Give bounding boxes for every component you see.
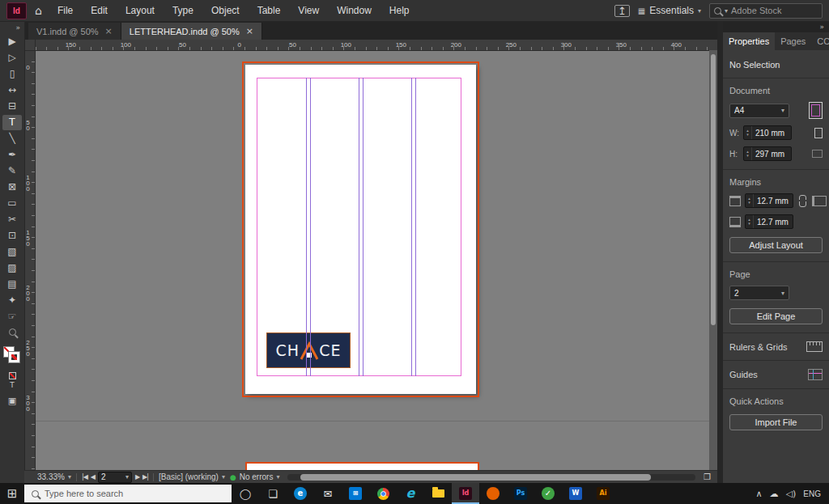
previous-page-button[interactable]: ◀ xyxy=(91,473,95,481)
step-down-icon[interactable]: ▾ xyxy=(748,222,750,226)
next-page-edge[interactable] xyxy=(245,462,479,470)
import-file-button[interactable]: Import File xyxy=(729,414,823,430)
eyedropper-tool[interactable]: ✦ xyxy=(2,293,22,308)
horizontal-scrollbar-thumb[interactable] xyxy=(300,474,651,481)
security-icon[interactable]: ✓ xyxy=(534,483,562,504)
pages-view-icon[interactable]: ❐ xyxy=(704,472,711,481)
first-page-button[interactable]: |◀ xyxy=(82,473,87,481)
preflight-profile-menu[interactable]: [Basic] (working) ▾ xyxy=(159,472,225,481)
pen-tool[interactable]: ✒ xyxy=(2,147,22,163)
store-icon[interactable]: ⊞ xyxy=(342,483,369,504)
margin-bottom-stepper[interactable]: ▴ ▾ 12.7 mm xyxy=(745,214,793,229)
home-icon[interactable]: ⌂ xyxy=(35,4,42,17)
chance-logo-frame[interactable]: CH CE xyxy=(266,332,351,368)
rulers-grids-icon[interactable] xyxy=(806,341,823,352)
tray-icon-2[interactable]: ◁) xyxy=(786,489,797,499)
preflight-status-menu[interactable]: ● No errors ▾ xyxy=(230,472,280,481)
panel-collapse-icon[interactable]: » xyxy=(819,23,824,31)
close-icon[interactable]: × xyxy=(105,26,113,36)
formatting-toggles[interactable]: T xyxy=(9,372,16,389)
tab-cc-libraries[interactable]: CC Libraries xyxy=(811,32,829,50)
stock-search-field[interactable]: ▾ Adobe Stock xyxy=(709,3,823,19)
close-icon[interactable]: × xyxy=(246,26,253,36)
ruler-horizontal[interactable]: 15010050050100150200250300350400 xyxy=(24,40,717,51)
gradient-tool[interactable]: ▧ xyxy=(2,244,22,260)
fill-stroke-swatches[interactable] xyxy=(3,346,21,367)
rectangle-tool[interactable]: ▭ xyxy=(2,196,22,211)
formatting-text-icon[interactable]: T xyxy=(10,382,15,389)
ruler-vertical[interactable]: 05 01 0 01 5 02 0 02 5 03 0 0 xyxy=(24,50,36,470)
menu-edit[interactable]: Edit xyxy=(83,2,115,19)
share-icon[interactable]: ↥ xyxy=(614,5,630,17)
hand-tool[interactable]: ☞ xyxy=(2,309,22,324)
tab-v1-indd[interactable]: V1.indd @ 50% × xyxy=(28,23,121,40)
toolbar-collapse-icon[interactable]: » xyxy=(15,22,24,34)
tab-properties[interactable]: Properties xyxy=(723,32,775,50)
taskbar-search[interactable]: Type here to search xyxy=(24,485,232,502)
orientation-icons[interactable] xyxy=(812,150,823,158)
orientation-icons[interactable] xyxy=(814,128,823,138)
formatting-container-icon[interactable] xyxy=(9,372,16,379)
file-explorer-icon[interactable] xyxy=(424,483,452,504)
vertical-scrollbar[interactable] xyxy=(709,50,717,470)
tab-pages[interactable]: Pages xyxy=(775,32,811,50)
indesign-icon[interactable]: Id xyxy=(452,483,479,504)
edge-icon[interactable]: e xyxy=(287,483,314,504)
vertical-scrollbar-thumb[interactable] xyxy=(711,54,716,325)
illustrator-icon[interactable]: Ai xyxy=(589,483,617,504)
mail-icon[interactable]: ✉ xyxy=(314,483,342,504)
ie-icon[interactable]: e xyxy=(397,483,424,504)
page-number-field[interactable]: 2 ▾ xyxy=(98,472,132,483)
landscape-icon[interactable] xyxy=(812,150,823,158)
menu-window[interactable]: Window xyxy=(329,2,379,19)
menu-layout[interactable]: Layout xyxy=(118,2,162,19)
tab-letterhead-indd[interactable]: LETTERHEAD.indd @ 50% × xyxy=(121,23,262,40)
photoshop-icon[interactable]: Ps xyxy=(507,483,534,504)
menu-object[interactable]: Object xyxy=(204,2,247,19)
pencil-tool[interactable]: ✎ xyxy=(2,163,22,179)
link-margins-icon[interactable] xyxy=(799,195,806,207)
tray-icon-0[interactable]: ∧ xyxy=(756,489,763,499)
width-stepper[interactable]: ▴ ▾ 210 mm xyxy=(743,125,792,140)
direct-selection-tool[interactable]: ▷ xyxy=(2,50,22,66)
step-down-icon[interactable]: ▾ xyxy=(746,133,749,137)
note-tool[interactable]: ▤ xyxy=(2,277,22,292)
step-down-icon[interactable]: ▾ xyxy=(746,154,749,158)
chrome-icon[interactable] xyxy=(369,483,397,504)
free-transform-tool[interactable]: ⊡ xyxy=(2,228,22,244)
content-collector-tool[interactable]: ⊟ xyxy=(2,99,22,114)
menu-type[interactable]: Type xyxy=(165,2,201,19)
screen-mode-icon[interactable]: ▣ xyxy=(8,396,16,406)
rectangle-frame-tool[interactable]: ⊠ xyxy=(2,180,22,195)
zoom-control[interactable]: 33.33% ▾ xyxy=(37,472,71,481)
menu-help[interactable]: Help xyxy=(382,2,417,19)
scissors-tool[interactable]: ✂ xyxy=(2,212,22,227)
menu-file[interactable]: File xyxy=(50,2,80,19)
page-select[interactable]: 2 ▾ xyxy=(729,286,789,300)
task-view-icon[interactable]: ❏ xyxy=(259,483,287,504)
edit-page-button[interactable]: Edit Page xyxy=(729,308,823,324)
word-icon[interactable]: W xyxy=(562,483,589,504)
indesign-app-icon[interactable]: Id xyxy=(6,2,27,19)
firefox-icon[interactable] xyxy=(479,483,507,504)
portrait-icon[interactable] xyxy=(814,128,823,138)
tray-icon-1[interactable]: ☁ xyxy=(770,489,779,499)
next-page-button[interactable]: ▶ xyxy=(135,473,139,481)
guides-icon[interactable] xyxy=(808,369,823,380)
document-page[interactable]: CH CE xyxy=(245,65,476,394)
workspace-switcher[interactable]: ▦ Essentials ▾ xyxy=(638,5,701,16)
menu-table[interactable]: Table xyxy=(250,2,288,19)
last-page-button[interactable]: ▶| xyxy=(142,473,148,481)
selection-tool[interactable]: ▶ xyxy=(2,34,22,49)
pasteboard[interactable]: CH CE xyxy=(35,50,709,470)
height-stepper[interactable]: ▴ ▾ 297 mm xyxy=(743,146,792,161)
zoom-tool[interactable] xyxy=(2,325,22,341)
cortana-icon[interactable]: ◯ xyxy=(232,483,259,504)
ruler-origin-corner[interactable] xyxy=(24,40,36,51)
gap-tool[interactable]: ↔ xyxy=(2,83,22,98)
adjust-layout-button[interactable]: Adjust Layout xyxy=(729,237,823,253)
margin-top-stepper[interactable]: ▴ ▾ 12.7 mm xyxy=(745,193,793,208)
page-size-select[interactable]: A4 ▾ xyxy=(729,104,789,118)
gradient-feather-tool[interactable]: ▨ xyxy=(2,260,22,276)
menu-view[interactable]: View xyxy=(291,2,326,19)
